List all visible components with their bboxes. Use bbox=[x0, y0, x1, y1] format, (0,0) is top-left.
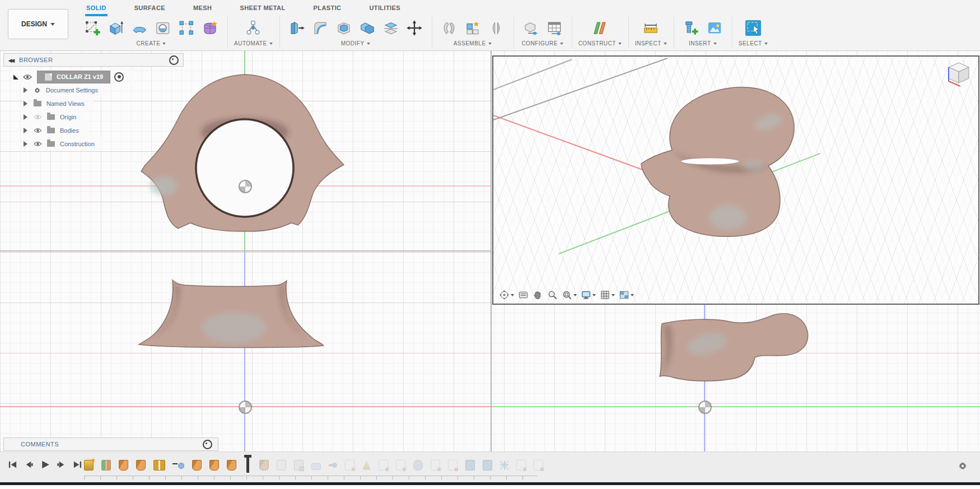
grid-settings-button[interactable] bbox=[599, 288, 616, 301]
collapse-panel-icon[interactable]: ◂◂ bbox=[8, 56, 13, 64]
timeline-feature-link[interactable] bbox=[329, 460, 337, 470]
group-label-construct[interactable]: CONSTRUCT bbox=[578, 40, 622, 46]
group-label-insert[interactable]: INSERT bbox=[689, 40, 717, 46]
timeline-feature-plane[interactable] bbox=[101, 460, 111, 471]
root-component-chip[interactable]: COLLAR Z1 v19 bbox=[37, 71, 110, 83]
group-label-inspect[interactable]: INSPECT bbox=[635, 40, 667, 46]
group-label-configure[interactable]: CONFIGURE bbox=[521, 40, 563, 46]
panel-options-icon[interactable] bbox=[169, 55, 179, 65]
expand-arrow-icon[interactable] bbox=[24, 128, 28, 133]
timeline-feature-sketch[interactable] bbox=[345, 460, 354, 471]
skip-to-end-button[interactable] bbox=[72, 459, 83, 470]
group-label-select[interactable]: SELECT bbox=[739, 40, 768, 46]
timeline-feature-mesh[interactable] bbox=[259, 460, 269, 471]
configuration-icon[interactable] bbox=[520, 17, 542, 39]
activate-component-icon[interactable] bbox=[114, 72, 124, 82]
viewports-button[interactable] bbox=[618, 288, 635, 301]
new-component-icon[interactable] bbox=[462, 17, 483, 39]
group-label-modify[interactable]: MODIFY bbox=[341, 40, 370, 46]
browser-item-bodies[interactable]: Bodies bbox=[24, 124, 88, 137]
play-button[interactable] bbox=[39, 459, 50, 470]
browser-item-origin[interactable]: Origin bbox=[24, 110, 85, 124]
browser-header[interactable]: ◂◂ BROWSER bbox=[3, 53, 184, 67]
visibility-eye-icon[interactable] bbox=[34, 141, 42, 147]
expand-arrow-icon[interactable] bbox=[24, 87, 28, 93]
timeline-feature-form[interactable] bbox=[84, 460, 94, 471]
comments-bar[interactable]: COMMENTS bbox=[3, 437, 218, 451]
visibility-eye-icon[interactable] bbox=[23, 74, 32, 80]
timeline-feature-box-blue[interactable] bbox=[483, 460, 492, 471]
skip-to-start-button[interactable] bbox=[7, 459, 18, 470]
timeline-feature-mesh-double[interactable] bbox=[153, 460, 165, 471]
tab-mesh[interactable]: MESH bbox=[192, 2, 213, 16]
design-workspace-menu[interactable]: DESIGN bbox=[8, 9, 68, 39]
shell-icon[interactable] bbox=[333, 17, 354, 39]
comments-expand-icon[interactable] bbox=[203, 440, 212, 449]
timeline-feature-box-blue[interactable] bbox=[465, 460, 475, 471]
timeline-feature-sketch[interactable] bbox=[516, 460, 526, 471]
timeline-feature-sketch[interactable] bbox=[534, 460, 543, 471]
tab-surface[interactable]: SURFACE bbox=[133, 2, 166, 16]
timeline-feature-cloud[interactable] bbox=[413, 460, 423, 471]
automate-icon[interactable] bbox=[242, 17, 264, 39]
timeline-position-marker[interactable] bbox=[246, 458, 249, 473]
step-forward-button[interactable] bbox=[55, 459, 67, 470]
expand-arrow-icon[interactable] bbox=[24, 141, 28, 147]
timeline-ruler[interactable] bbox=[84, 476, 538, 479]
pan-button[interactable] bbox=[531, 288, 544, 301]
timeline-feature-mesh[interactable] bbox=[136, 460, 146, 471]
browser-item-construction[interactable]: Construction bbox=[24, 137, 104, 151]
split-body-icon[interactable] bbox=[380, 17, 402, 39]
view-cube[interactable] bbox=[944, 59, 974, 89]
timeline-feature-sketch[interactable] bbox=[396, 460, 405, 471]
revolve-icon[interactable] bbox=[129, 17, 150, 39]
move-copy-icon[interactable] bbox=[404, 17, 425, 39]
timeline-feature-snowflake[interactable] bbox=[500, 460, 508, 470]
tab-utilities[interactable]: UTILITIES bbox=[368, 2, 402, 16]
visibility-eye-icon[interactable] bbox=[34, 128, 42, 133]
visibility-eye-off-icon[interactable] bbox=[34, 114, 42, 120]
viewport-canvas[interactable]: ◂◂ BROWSER COLLAR Z1 v19 Document Settin… bbox=[0, 50, 980, 451]
expanded-arrow-icon[interactable] bbox=[13, 74, 18, 80]
pattern-icon[interactable] bbox=[176, 17, 197, 39]
configuration-table-icon[interactable] bbox=[544, 17, 565, 39]
zoom-button[interactable] bbox=[546, 288, 559, 301]
timeline-feature-mesh[interactable] bbox=[227, 460, 236, 471]
hole-icon[interactable] bbox=[152, 17, 174, 39]
look-at-button[interactable] bbox=[517, 288, 530, 301]
timeline-feature-reverse[interactable] bbox=[173, 460, 184, 470]
viewport-perspective-active[interactable] bbox=[492, 55, 979, 305]
timeline-feature-cone[interactable] bbox=[362, 460, 371, 470]
press-pull-icon[interactable] bbox=[286, 17, 307, 39]
timeline-feature-flat[interactable] bbox=[311, 463, 321, 470]
group-label-automate[interactable]: AUTOMATE bbox=[234, 40, 273, 46]
timeline-settings-gear-icon[interactable] bbox=[958, 461, 968, 473]
browser-root-row[interactable]: COLLAR Z1 v19 bbox=[13, 70, 133, 83]
browser-item-document-settings[interactable]: Document Settings bbox=[24, 83, 107, 97]
measure-icon[interactable] bbox=[640, 17, 661, 39]
step-back-button[interactable] bbox=[23, 459, 34, 470]
insert-fastener-icon[interactable] bbox=[680, 17, 702, 39]
expand-arrow-icon[interactable] bbox=[24, 101, 28, 106]
timeline-feature-mesh[interactable] bbox=[209, 460, 219, 471]
tab-solid[interactable]: SOLID bbox=[85, 2, 108, 16]
create-sketch-icon[interactable] bbox=[82, 17, 103, 39]
combine-icon[interactable] bbox=[357, 17, 378, 39]
group-label-create[interactable]: CREATE bbox=[137, 40, 166, 46]
create-form-icon[interactable] bbox=[199, 17, 221, 39]
timeline-feature-mesh[interactable] bbox=[119, 460, 128, 471]
display-settings-button[interactable] bbox=[580, 288, 597, 301]
expand-arrow-icon[interactable] bbox=[24, 114, 28, 120]
tab-plastic[interactable]: PLASTIC bbox=[312, 2, 343, 16]
insert-canvas-icon[interactable] bbox=[704, 17, 725, 39]
group-label-assemble[interactable]: ASSEMBLE bbox=[454, 40, 492, 46]
section-icon[interactable] bbox=[486, 17, 507, 39]
tab-sheet-metal[interactable]: SHEET METAL bbox=[239, 2, 286, 16]
timeline-feature-mesh[interactable] bbox=[192, 460, 202, 471]
construction-plane-icon[interactable] bbox=[589, 17, 610, 39]
timeline-feature-box[interactable] bbox=[277, 460, 286, 471]
timeline-feature-sketch[interactable] bbox=[431, 460, 440, 471]
orbit-button[interactable] bbox=[498, 288, 515, 301]
extrude-icon[interactable] bbox=[105, 17, 127, 39]
timeline-feature-component[interactable] bbox=[294, 460, 304, 471]
